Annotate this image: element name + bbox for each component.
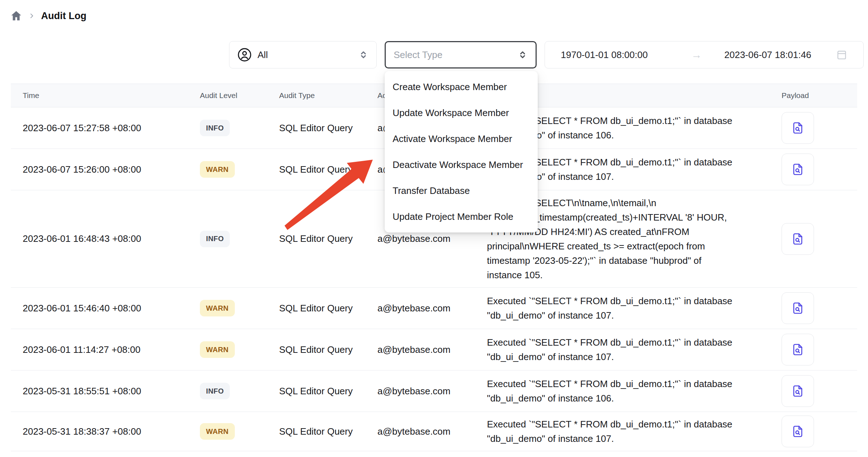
person-circle-icon — [237, 48, 252, 62]
audit-actor: a@bytebase.com — [377, 386, 487, 397]
col-header-level: Audit Level — [200, 91, 279, 100]
date-range-start[interactable]: 1970-01-01 08:00:00 — [561, 49, 669, 61]
actor-filter-select[interactable]: All — [229, 41, 377, 68]
arrow-right-icon: → — [669, 49, 724, 61]
type-filter-select[interactable]: Select Type — [385, 41, 537, 68]
audit-time: 2023-06-07 15:26:00 +08:00 — [11, 164, 200, 175]
type-filter-dropdown-menu: Create Workspace Member Update Workspace… — [385, 71, 538, 232]
file-search-icon — [791, 232, 805, 246]
payload-view-button[interactable] — [782, 223, 814, 255]
file-search-icon — [791, 163, 805, 176]
dropdown-option[interactable]: Update Workspace Member — [385, 100, 538, 126]
file-search-icon — [791, 301, 805, 315]
audit-comment: Executed `"SELECT * FROM db_ui_demo.t1;"… — [487, 330, 771, 369]
file-search-icon — [791, 343, 805, 356]
payload-view-button[interactable] — [782, 154, 814, 185]
audit-type: SQL Editor Query — [279, 233, 377, 244]
payload-view-button[interactable] — [782, 334, 814, 365]
audit-level-badge: INFO — [200, 120, 230, 136]
audit-type: SQL Editor Query — [279, 123, 377, 134]
col-header-type: Audit Type — [279, 91, 377, 100]
audit-comment: Executed `"SELECT * FROM db_ui_demo.t1;"… — [487, 412, 771, 451]
table-row: 2023-06-01 15:46:40 +08:00 WARN SQL Edit… — [11, 288, 857, 329]
audit-type: SQL Editor Query — [279, 303, 377, 314]
chevron-right-icon — [28, 12, 35, 19]
audit-level-badge: INFO — [200, 383, 230, 399]
audit-time: 2023-05-31 18:38:37 +08:00 — [11, 426, 200, 437]
actor-filter-value: All — [258, 49, 353, 61]
audit-actor: a@bytebase.com — [377, 344, 487, 355]
up-down-chevron-icon — [518, 50, 528, 60]
dropdown-option[interactable]: Update Project Member Role — [385, 204, 538, 230]
audit-type: SQL Editor Query — [279, 426, 377, 437]
dropdown-option[interactable]: Activate Workspace Member — [385, 126, 538, 152]
file-search-icon — [791, 121, 805, 135]
table-row: 2023-05-31 18:38:37 +08:00 WARN SQL Edit… — [11, 412, 857, 451]
table-row: 2023-06-01 11:14:27 +08:00 WARN SQL Edit… — [11, 329, 857, 371]
table-row: 2023-05-31 18:55:51 +08:00 INFO SQL Edit… — [11, 371, 857, 412]
audit-type: SQL Editor Query — [279, 386, 377, 397]
page-title: Audit Log — [41, 10, 86, 22]
audit-type: SQL Editor Query — [279, 344, 377, 355]
audit-type: SQL Editor Query — [279, 164, 377, 175]
audit-actor: a@bytebase.com — [377, 303, 487, 314]
audit-level-badge: WARN — [200, 341, 235, 358]
payload-view-button[interactable] — [782, 292, 814, 324]
file-search-icon — [791, 384, 805, 398]
audit-time: 2023-06-07 15:27:58 +08:00 — [11, 123, 200, 134]
home-icon[interactable] — [10, 10, 22, 22]
dropdown-option[interactable]: Create Workspace Member — [385, 74, 538, 100]
audit-comment: Executed `"SELECT * FROM db_ui_demo.t1;"… — [487, 289, 771, 328]
date-range-picker[interactable]: 1970-01-01 08:00:00 → 2023-06-07 18:01:4… — [545, 41, 864, 68]
audit-level-badge: WARN — [200, 300, 235, 316]
up-down-chevron-icon — [358, 50, 368, 60]
dropdown-option[interactable]: Transfer Database — [385, 178, 538, 204]
audit-time: 2023-06-01 15:46:40 +08:00 — [11, 303, 200, 314]
audit-time: 2023-05-31 18:55:51 +08:00 — [11, 386, 200, 397]
audit-level-badge: WARN — [200, 423, 235, 440]
calendar-icon — [836, 49, 847, 61]
audit-time: 2023-06-01 11:14:27 +08:00 — [11, 344, 200, 355]
audit-actor: a@bytebase.com — [377, 426, 487, 437]
type-filter-placeholder: Select Type — [394, 49, 518, 61]
audit-time: 2023-06-01 16:48:43 +08:00 — [11, 233, 200, 244]
payload-view-button[interactable] — [782, 375, 814, 407]
audit-actor: a@bytebase.com — [377, 233, 487, 244]
breadcrumb: Audit Log — [10, 6, 86, 25]
col-header-time: Time — [11, 91, 200, 100]
audit-comment: Executed `"SELECT * FROM db_ui_demo.t1;"… — [487, 372, 771, 411]
col-header-payload: Payload — [771, 91, 857, 100]
payload-view-button[interactable] — [782, 416, 814, 447]
file-search-icon — [791, 425, 805, 438]
audit-level-badge: INFO — [200, 231, 230, 247]
payload-view-button[interactable] — [782, 112, 814, 144]
date-range-end[interactable]: 2023-06-07 18:01:46 — [724, 49, 831, 61]
audit-level-badge: WARN — [200, 161, 235, 178]
dropdown-option[interactable]: Deactivate Workspace Member — [385, 152, 538, 178]
filter-bar: All Select Type 1970-01-01 08:00:00 → 20… — [229, 41, 864, 68]
